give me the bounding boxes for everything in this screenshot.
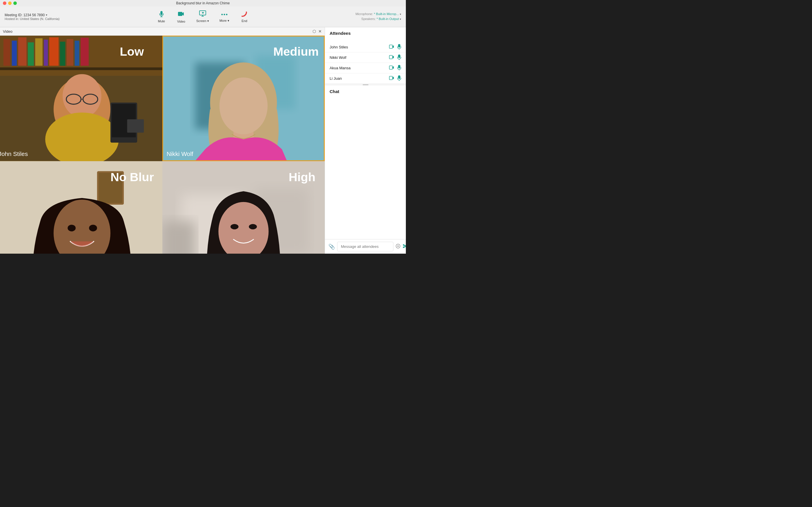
mute-button[interactable]: Mute	[153, 9, 170, 24]
svg-rect-19	[67, 39, 73, 66]
svg-rect-2	[178, 12, 182, 16]
attendee-icons-john	[389, 44, 401, 50]
end-button[interactable]: End	[236, 9, 253, 24]
svg-text:Low: Low	[120, 45, 144, 58]
speakers-dropdown: ▾	[400, 18, 401, 21]
attendee-name-nikki: Nikki Wolf	[330, 55, 389, 60]
mic-icon-lijuan[interactable]	[397, 75, 401, 82]
chat-input[interactable]	[337, 242, 393, 251]
svg-point-57	[230, 224, 239, 229]
video-icon-john[interactable]	[389, 45, 394, 50]
svg-rect-54	[162, 221, 195, 253]
video-panel-controls: ⬡ ✕	[312, 29, 322, 34]
screen-button[interactable]: Screen ▾	[192, 9, 213, 24]
attendee-name-lijuan: Li Juan	[330, 76, 389, 80]
sidebar: Attendees John Stiles	[325, 27, 406, 253]
end-icon	[240, 11, 248, 18]
video-cell-akua-mansa: No Blur Akua Mansa	[0, 161, 162, 253]
close-button[interactable]	[3, 1, 6, 5]
video-cell-john-stiles: Low John Stiles	[0, 36, 162, 161]
attendee-icons-nikki	[389, 54, 401, 61]
popout-icon[interactable]: ⬡	[312, 29, 316, 34]
svg-rect-62	[398, 44, 400, 48]
video-button[interactable]: Video	[172, 9, 190, 25]
video-panel: Video ⬡ ✕	[0, 27, 325, 253]
microphone-value: * Built-in Microp...	[374, 12, 399, 16]
microphone-label: Microphone:	[355, 12, 374, 16]
video-grid: Low John Stiles	[0, 36, 325, 253]
attendee-row-nikki: Nikki Wolf	[325, 52, 406, 63]
svg-rect-67	[389, 66, 393, 69]
svg-rect-31	[127, 119, 144, 132]
svg-point-58	[249, 224, 257, 229]
meeting-id[interactable]: Meeting ID: 1234 56 7890 ▾	[5, 13, 60, 17]
svg-rect-18	[60, 42, 65, 66]
svg-rect-22	[0, 67, 162, 70]
attendee-name-john: John Stiles	[330, 45, 389, 49]
chat-input-area: 📎	[325, 239, 406, 253]
mic-icon-john[interactable]	[397, 44, 401, 50]
video-icon-akua[interactable]	[389, 65, 394, 70]
svg-rect-17	[49, 38, 59, 66]
traffic-lights	[3, 1, 17, 5]
attendee-name-akua: Akua Mansa	[330, 66, 389, 70]
video-icon-lijuan[interactable]	[389, 76, 394, 81]
svg-rect-14	[28, 42, 34, 66]
video-panel-title: Video	[3, 29, 12, 34]
svg-rect-20	[75, 41, 79, 66]
mic-icon-akua[interactable]	[397, 65, 401, 71]
svg-point-48	[89, 225, 97, 231]
svg-point-47	[67, 225, 76, 231]
send-icon[interactable]	[403, 244, 406, 249]
svg-text:John Stiles: John Stiles	[0, 151, 28, 157]
resize-dot	[363, 84, 368, 85]
device-settings: Microphone: * Built-in Microp... ▾ Speak…	[355, 12, 401, 22]
attendee-icons-akua	[389, 65, 401, 71]
svg-rect-21	[80, 38, 89, 66]
svg-rect-16	[44, 40, 48, 66]
attendee-row-akua: Akua Mansa	[325, 63, 406, 73]
video-label: Video	[177, 20, 185, 23]
svg-point-8	[226, 14, 227, 15]
speakers-setting[interactable]: Speakers: * Built-in Output ▾	[355, 17, 401, 22]
svg-rect-70	[389, 76, 393, 80]
video-icon-nikki[interactable]	[389, 55, 394, 60]
meeting-id-chevron: ▾	[46, 13, 47, 16]
svg-point-6	[221, 14, 223, 15]
meeting-hosted: Hosted in: United States (N. California)	[5, 17, 60, 20]
svg-rect-71	[398, 75, 400, 79]
mute-icon	[158, 11, 165, 19]
attendee-icons-lijuan	[389, 75, 401, 82]
svg-text:High: High	[289, 170, 315, 184]
close-video-icon[interactable]: ✕	[318, 29, 322, 34]
svg-text:Nikki Wolf: Nikki Wolf	[167, 151, 193, 157]
mic-icon-nikki[interactable]	[397, 54, 401, 61]
video-cell-li-juan: High Li Juan	[162, 161, 325, 253]
microphone-setting[interactable]: Microphone: * Built-in Microp... ▾	[355, 12, 401, 17]
svg-point-39	[220, 77, 268, 134]
screen-icon	[199, 10, 206, 18]
attendee-row-john: John Stiles	[325, 42, 406, 52]
window-title: Background blur in Amazon Chime	[176, 1, 230, 5]
main-area: Video ⬡ ✕	[0, 27, 406, 253]
microphone-dropdown: ▾	[400, 13, 401, 16]
minimize-button[interactable]	[8, 1, 12, 5]
svg-point-7	[224, 14, 225, 15]
chat-section: Chat 📎	[325, 86, 406, 253]
mute-label: Mute	[158, 19, 165, 23]
more-label: More ▾	[220, 19, 229, 22]
maximize-button[interactable]	[13, 1, 17, 5]
attachment-icon[interactable]: 📎	[329, 243, 335, 250]
speakers-value: * Built-in Output	[376, 17, 399, 21]
svg-text:No Blur: No Blur	[110, 170, 154, 184]
expand-icon[interactable]	[396, 244, 400, 249]
more-button[interactable]: More ▾	[215, 9, 233, 24]
chat-title: Chat	[325, 86, 406, 96]
chat-messages	[325, 96, 406, 239]
svg-rect-15	[35, 38, 42, 66]
svg-rect-12	[12, 41, 17, 66]
more-icon	[221, 11, 228, 18]
end-label: End	[241, 19, 247, 22]
meeting-info: Meeting ID: 1234 56 7890 ▾ Hosted in: Un…	[5, 13, 60, 20]
video-panel-header: Video ⬡ ✕	[0, 27, 325, 36]
